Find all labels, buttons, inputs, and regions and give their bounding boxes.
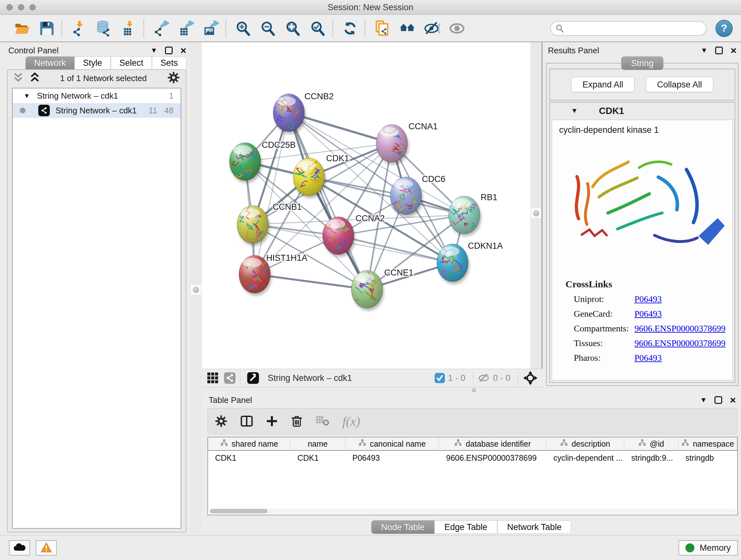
grid-view-icon[interactable] [207,372,219,384]
tab-select[interactable]: Select [111,57,152,69]
column-header-shared-name[interactable]: shared name [208,437,290,450]
selected-checkbox-icon[interactable] [434,373,445,383]
network-canvas[interactable]: CCNB2CCNA1CDC25BCDK1CDC6RB1CCNB1CCNA2CDK… [202,43,530,369]
network-view-title: String Network – cdk1 [268,373,434,383]
column-header-description[interactable]: description [546,437,624,450]
network-edge-CCNB2-CCNE1[interactable] [289,113,367,289]
close-window-button[interactable] [6,4,13,10]
warnings-button[interactable] [36,540,57,556]
network-node-CCNB1[interactable] [237,206,270,246]
network-edge-CCNB2-HIST1H1A[interactable] [255,113,289,274]
import-table-button[interactable] [117,17,141,39]
refresh-button[interactable] [338,17,362,39]
table-settings-gear-icon[interactable] [215,415,227,428]
maximize-panel-icon[interactable] [715,396,722,404]
tab-network-table[interactable]: Network Table [497,520,571,534]
float-panel-icon[interactable]: ▼ [701,46,708,55]
right-splitter-grip[interactable] [533,210,539,216]
left-splitter[interactable] [190,43,202,533]
import-network-button[interactable] [67,17,91,39]
right-splitter[interactable] [530,43,542,387]
warning-icon [40,542,52,554]
maximize-panel-icon[interactable] [715,47,723,54]
expand-all-button[interactable]: Expand All [571,77,634,92]
window-controls[interactable] [6,4,36,10]
table-row[interactable]: CDK1CDK1P064939606.ENSP00000378699cyclin… [208,451,737,465]
crosslink-link[interactable]: P06493 [634,309,662,319]
crosslink-link[interactable]: 9606.ENSP00000378699 [634,338,725,348]
float-panel-icon[interactable]: ▼ [700,396,707,404]
tab-style[interactable]: Style [74,57,111,69]
network-node-CDK1[interactable] [293,158,326,198]
memory-button[interactable]: Memory [678,540,738,556]
horizontal-splitter-grip[interactable] [472,388,476,392]
network-view-icon[interactable] [224,372,235,384]
network-node-CCNE1[interactable] [350,268,384,311]
zoom-selected-button[interactable] [306,17,330,39]
node-label-CCNE1: CCNE1 [384,268,414,277]
gear-icon[interactable] [167,71,180,85]
home-button[interactable] [395,17,420,39]
collection-expand-icon[interactable]: ▼ [23,92,30,100]
float-panel-icon[interactable]: ▼ [151,46,158,55]
collapse-tree-icon[interactable] [30,72,40,84]
show-all-button[interactable] [445,17,469,39]
close-panel-icon[interactable]: × [180,47,186,54]
column-header-canonical-name[interactable]: canonical name [345,437,439,450]
collapse-entry-icon[interactable]: ▼ [571,107,578,115]
save-session-button[interactable] [35,17,59,39]
cloud-button[interactable] [9,540,30,556]
maximize-window-button[interactable] [29,4,36,10]
column-header-namespace[interactable]: namespace [678,437,737,450]
minimize-window-button[interactable] [18,4,24,10]
network-collection-row[interactable]: ▼ String Network – cdk1 1 [13,88,181,103]
help-button[interactable]: ? [716,20,733,37]
close-panel-icon[interactable]: × [731,47,737,54]
network-node-CCNB2[interactable] [273,92,306,134]
hide-selected-button[interactable] [420,17,445,39]
export-network-button[interactable] [149,17,174,39]
network-node-CDC6[interactable] [388,177,426,217]
export-table-button[interactable] [174,17,199,39]
export-image-button[interactable] [199,17,223,39]
tab-network[interactable]: Network [25,57,74,69]
network-node-CCNA1[interactable] [376,123,411,165]
zoom-in-button[interactable] [231,17,256,39]
tab-string[interactable]: String [621,57,664,70]
table-horizontal-scrollbar[interactable] [209,509,736,514]
tab-edge-table[interactable]: Edge Table [434,520,497,534]
birdseye-view-icon[interactable] [247,372,259,384]
zoom-fit-button[interactable] [280,17,306,39]
network-edge-CCNA2-CDKN1A[interactable] [338,236,453,263]
collapse-all-button[interactable]: Collapse All [646,77,713,92]
zoom-out-button[interactable] [256,17,280,39]
tab-sets[interactable]: Sets [152,57,186,69]
network-node-RB1[interactable] [449,196,481,236]
annotations-button[interactable] [370,17,395,39]
network-node-CCNA2[interactable] [321,217,355,257]
left-splitter-grip[interactable] [193,287,199,293]
maximize-panel-icon[interactable] [165,47,173,54]
crosslink-label: Pharos: [574,353,634,363]
close-panel-icon[interactable]: × [730,396,736,404]
node-label-CCNB1: CCNB1 [273,202,302,212]
column-header-@id[interactable]: @id [624,437,678,450]
horizontal-splitter[interactable] [202,387,741,393]
search-input[interactable] [550,21,706,36]
crosslink-link[interactable]: P06493 [634,294,662,304]
import-database-button[interactable] [91,17,117,39]
add-column-icon[interactable] [266,415,278,427]
fit-selected-crosshair-icon[interactable] [523,371,537,385]
network-row[interactable]: String Network – cdk1 11 48 [13,103,181,118]
network-node-CDKN1A[interactable] [437,244,469,284]
crosslink-link[interactable]: P06493 [634,353,662,363]
expand-tree-icon[interactable] [13,72,23,84]
crosslink-link[interactable]: 9606.ENSP00000378699 [634,323,725,334]
open-session-button[interactable] [10,17,35,39]
column-header-database-identifier[interactable]: database identifier [439,437,546,450]
column-header-name[interactable]: name [290,437,345,450]
tab-node-table[interactable]: Node Table [371,520,434,534]
delete-column-icon[interactable] [291,415,303,427]
scrollbar-thumb[interactable] [210,509,267,513]
show-columns-icon[interactable] [240,415,253,428]
